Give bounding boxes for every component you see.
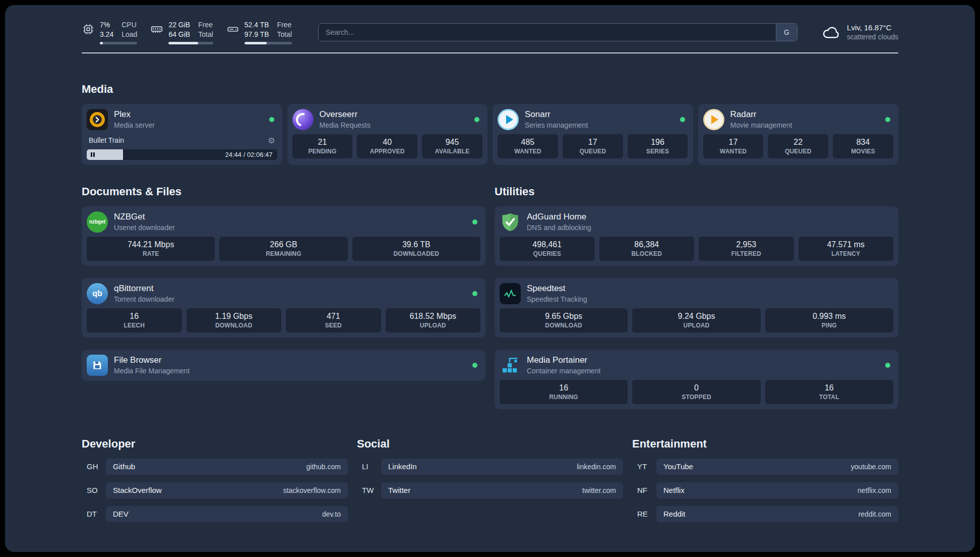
stat-box: 744.21 Mbps RATE [87, 237, 215, 261]
section-social: Social LI LinkedIn linkedin.com TW Twitt… [357, 437, 623, 530]
qbittorrent-icon-text: qb [92, 289, 102, 298]
bookmark-youtube[interactable]: YT YouTube youtube.com [632, 459, 898, 475]
service-description: Torrent downloader [114, 295, 174, 303]
bookmark-stackoverflow[interactable]: SO StackOverflow stackoverflow.com [82, 482, 348, 498]
service-name: Overseerr [320, 109, 371, 120]
bookmark-name: Twitter [388, 486, 410, 494]
stat-label: RATE [89, 250, 213, 257]
stat-value: 196 [630, 138, 686, 147]
bookmark-twitter[interactable]: TW Twitter twitter.com [357, 482, 623, 498]
service-card-nzbget[interactable]: nzbget NZBGet Usenet downloader 744.21 M… [82, 206, 485, 266]
status-dot [680, 117, 685, 122]
topbar-divider [82, 52, 898, 53]
memory-total-label: Total [198, 30, 213, 39]
status-dot [472, 363, 477, 368]
status-dot [885, 363, 890, 368]
section-title-documents: Documents & Files [82, 185, 485, 198]
service-description: Movie management [730, 121, 792, 129]
stat-value: 485 [500, 138, 556, 147]
service-name: NZBGet [114, 212, 175, 222]
pause-icon[interactable] [91, 149, 95, 160]
plex-chevron-icon [94, 116, 101, 123]
service-card-adguard[interactable]: AdGuard Home DNS and adblocking 498,461 … [495, 206, 898, 266]
memory-widget: 22 GiB 64 GiB Free Total [150, 20, 213, 44]
service-description: Media File Management [114, 367, 190, 375]
stat-box: 47.571 ms LATENCY [799, 237, 894, 261]
bookmark-reddit[interactable]: RE Reddit reddit.com [632, 506, 898, 522]
bookmark-linkedin[interactable]: LI LinkedIn linkedin.com [357, 459, 623, 475]
service-description: Series management [525, 121, 588, 129]
service-description: DNS and adblocking [527, 224, 591, 232]
service-description: Media Requests [320, 121, 371, 129]
weather-condition: scattered clouds [847, 33, 898, 41]
stat-box: 22 QUEUED [768, 134, 828, 158]
stat-box: 39.6 TB DOWNLOADED [352, 237, 480, 261]
stat-value: 9.24 Gbps [634, 312, 758, 321]
disk-total-value: 97.9 TB [244, 30, 269, 39]
stat-label: DOWNLOAD [502, 322, 626, 329]
section-media: Media Plex Media server [82, 83, 898, 165]
service-name: File Browser [114, 355, 190, 365]
stat-box: 21 PENDING [292, 134, 353, 158]
stat-box: 16 RUNNING [500, 380, 628, 404]
service-card-qbittorrent[interactable]: qb qBittorrent Torrent downloader 16 LEE… [82, 278, 485, 338]
bookmark-url: stackoverflow.com [283, 486, 341, 494]
stat-box: 9.24 Gbps UPLOAD [632, 308, 760, 332]
service-card-overseerr[interactable]: Overseerr Media Requests 21 PENDING 40 A… [287, 104, 488, 165]
stat-label: UPLOAD [634, 322, 758, 329]
stat-value: 16 [89, 312, 180, 321]
bookmark-dev[interactable]: DT DEV dev.to [82, 506, 348, 522]
service-card-sonarr[interactable]: Sonarr Series management 485 WANTED 17 Q… [493, 104, 693, 165]
section-entertainment: Entertainment YT YouTube youtube.com NF … [632, 437, 898, 530]
stat-value: 266 GB [221, 240, 345, 249]
bookmark-netflix[interactable]: NF Netflix netflix.com [632, 482, 898, 498]
sonarr-icon [498, 109, 519, 130]
stat-value: 945 [424, 138, 480, 147]
bookmark-abbr: TW [357, 482, 381, 498]
stat-value: 618.52 Mbps [388, 312, 479, 321]
status-dot [885, 117, 890, 122]
stat-value: 1.19 Gbps [189, 312, 280, 321]
stat-value: 9.65 Gbps [502, 312, 626, 321]
search-input[interactable] [318, 23, 798, 41]
stat-value: 39.6 TB [354, 240, 478, 249]
bookmark-name: StackOverflow [113, 486, 162, 494]
memory-progress-track [168, 42, 213, 44]
stat-box: 0 STOPPED [632, 380, 760, 404]
stat-value: 2,953 [701, 240, 792, 249]
stat-label: FILTERED [701, 250, 792, 257]
status-dot [474, 117, 479, 122]
service-card-radarr[interactable]: Radarr Movie management 17 WANTED 22 QUE… [698, 104, 899, 165]
bookmark-name: DEV [113, 510, 129, 518]
stat-label: DOWNLOADED [354, 250, 478, 257]
service-card-speedtest[interactable]: Speedtest Speedtest Tracking 9.65 Gbps D… [495, 278, 898, 338]
stat-label: QUEUED [565, 148, 621, 155]
playback-progress-track[interactable]: 24:44 / 02:06:47 [87, 149, 277, 160]
section-utilities: Utilities AdGuard Home [495, 185, 898, 409]
adguard-icon [500, 211, 521, 233]
bookmark-url: twitter.com [582, 486, 616, 494]
bookmark-abbr: LI [357, 459, 381, 475]
service-card-filebrowser[interactable]: File Browser Media File Management [82, 350, 485, 381]
service-description: Usenet downloader [114, 224, 175, 232]
bookmark-name: Netflix [663, 486, 685, 494]
service-card-plex[interactable]: Plex Media server Bullet Train ⚙ [82, 104, 282, 165]
section-title-entertainment: Entertainment [632, 437, 898, 451]
service-name: Plex [114, 109, 155, 120]
disk-total-label: Total [277, 30, 292, 39]
gear-icon[interactable]: ⚙ [268, 136, 275, 145]
bookmark-abbr: DT [82, 506, 106, 522]
memory-free-label: Free [198, 20, 213, 30]
stat-label: PING [767, 322, 891, 329]
stat-label: QUEUED [770, 148, 826, 155]
service-card-portainer[interactable]: Media Portainer Container management 16 … [495, 350, 898, 409]
bookmark-url: github.com [307, 463, 341, 471]
nzbget-icon: nzbget [87, 211, 108, 233]
bookmark-name: LinkedIn [388, 462, 417, 471]
memory-total-value: 64 GiB [168, 30, 190, 39]
search-provider-button[interactable]: G [776, 24, 797, 41]
service-name: Radarr [730, 109, 792, 120]
memory-free-value: 22 GiB [168, 20, 190, 30]
bookmark-github[interactable]: GH Github github.com [82, 459, 348, 475]
memory-icon [150, 23, 163, 36]
